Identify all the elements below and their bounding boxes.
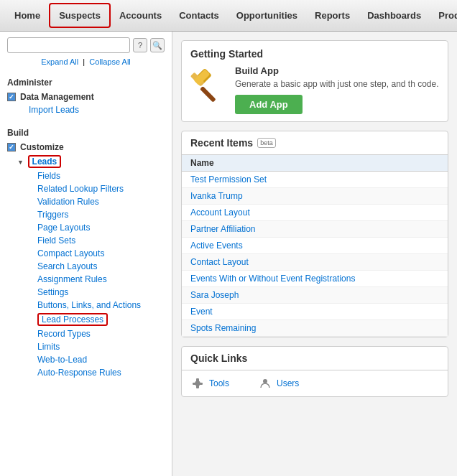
limits-link[interactable]: Limits [0,340,172,353]
assignment-rules-link[interactable]: Assignment Rules [0,273,172,286]
users-label: Users [277,378,299,388]
svg-point-7 [263,379,267,383]
recent-items-panel: Recent Items beta Name Test Permission S… [181,131,448,337]
table-row: Account Layout [182,205,448,221]
search-layouts-link[interactable]: Search Layouts [0,260,172,273]
settings-link[interactable]: Settings [0,286,172,299]
recent-items-table: Name Test Permission SetIvanka TrumpAcco… [182,154,448,337]
nav-contacts[interactable]: Contacts [170,4,228,27]
top-navigation: Home Suspects Accounts Contacts Opportun… [0,0,457,32]
recent-item-link[interactable]: Partner Affiliation [190,224,256,234]
table-row: Active Events [182,238,448,254]
build-section-label: Build [0,122,172,141]
table-row: Spots Remaining [182,320,448,337]
nav-home[interactable]: Home [6,4,49,27]
users-icon [258,376,272,391]
nav-reports[interactable]: Reports [306,4,359,27]
recent-item-link[interactable]: Contact Layout [190,257,249,267]
main-content: Getting Started Build App Generate a bas… [172,32,457,476]
expand-all-link[interactable]: Expand All [41,57,78,66]
data-management-checkbox: ✓ [7,93,16,101]
web-to-lead-link[interactable]: Web-to-Lead [0,353,172,366]
recent-item-link[interactable]: Spots Remaining [190,323,256,333]
triggers-link[interactable]: Triggers [0,208,172,221]
field-sets-link[interactable]: Field Sets [0,234,172,247]
table-row: Ivanka Trump [182,188,448,205]
leads-link[interactable]: Leads [28,155,62,168]
nav-products[interactable]: Produ… [430,4,457,27]
data-management-label: Data Management [20,92,94,102]
build-app-heading: Build App [235,65,439,76]
quick-links-panel: Quick Links Tools Users [181,346,448,397]
table-row: Sara Joseph [182,287,448,304]
tools-label: Tools [209,378,229,388]
collapse-all-link[interactable]: Collapse All [89,57,130,66]
tools-icon [190,376,205,391]
getting-started-panel: Getting Started Build App Generate a bas… [181,40,448,122]
sidebar-search-container: ? 🔍 [0,32,172,56]
import-leads-link[interactable]: Import Leads [0,103,172,116]
nav-opportunities[interactable]: Opportunities [228,4,306,27]
data-management-group[interactable]: ✓ Data Management [0,90,172,103]
leads-triangle: ▼ [17,159,24,166]
table-row: Test Permission Set [182,172,448,188]
auto-response-rules-link[interactable]: Auto-Response Rules [0,366,172,379]
tools-link[interactable]: Tools [190,376,229,391]
related-lookup-filters-link[interactable]: Related Lookup Filters [0,182,172,195]
leads-row: ▼ Leads [0,154,172,169]
recent-item-link[interactable]: Account Layout [190,207,250,218]
build-app-description: Generate a basic app with just one step,… [235,79,439,89]
recent-item-link[interactable]: Events With or Without Event Registratio… [190,274,355,284]
search-input[interactable] [7,37,130,53]
buttons-links-actions-link[interactable]: Buttons, Links, and Actions [0,299,172,312]
table-row: Partner Affiliation [182,221,448,238]
customize-label: Customize [20,142,64,152]
table-row: Contact Layout [182,254,448,271]
beta-badge: beta [257,138,276,148]
add-app-button[interactable]: Add App [235,95,303,114]
search-icon[interactable]: 🔍 [150,38,165,52]
recent-items-header: Recent Items beta [182,131,448,154]
compact-layouts-link[interactable]: Compact Layouts [0,247,172,260]
users-link[interactable]: Users [258,376,299,391]
recent-item-link[interactable]: Event [190,307,213,317]
build-app-text: Build App Generate a basic app with just… [235,65,439,114]
table-row: Events With or Without Event Registratio… [182,271,448,287]
recent-item-link[interactable]: Ivanka Trump [190,191,243,201]
administer-section-label: Administer [0,72,172,90]
nav-accounts[interactable]: Accounts [111,4,170,27]
page-layouts-link[interactable]: Page Layouts [0,221,172,234]
customize-checkbox: ✓ [7,143,16,151]
quick-links-title: Quick Links [190,353,439,364]
recent-item-link[interactable]: Active Events [190,241,243,251]
quick-links-row: Tools Users [182,370,448,396]
recent-item-link[interactable]: Sara Joseph [190,290,239,300]
getting-started-title: Getting Started [190,48,439,60]
svg-rect-2 [200,86,216,103]
lead-processes-row: Lead Processes [0,312,172,327]
record-types-link[interactable]: Record Types [0,327,172,340]
validation-rules-link[interactable]: Validation Rules [0,195,172,208]
quick-links-header: Quick Links [182,347,448,370]
fields-link[interactable]: Fields [0,169,172,182]
table-row: Event [182,304,448,320]
recent-items-title: Recent Items [190,137,253,149]
recent-item-link[interactable]: Test Permission Set [190,174,267,185]
hammer-icon [190,65,228,103]
customize-group[interactable]: ✓ Customize [0,141,172,154]
recent-table-name-header: Name [182,155,448,172]
lead-processes-link[interactable]: Lead Processes [37,313,108,326]
help-icon[interactable]: ? [133,38,147,52]
expand-collapse-bar: Expand All | Collapse All [0,56,172,72]
sidebar: ? 🔍 Expand All | Collapse All Administer… [0,32,172,476]
nav-suspects[interactable]: Suspects [49,3,111,28]
nav-dashboards[interactable]: Dashboards [359,4,430,27]
svg-rect-5 [196,378,199,388]
